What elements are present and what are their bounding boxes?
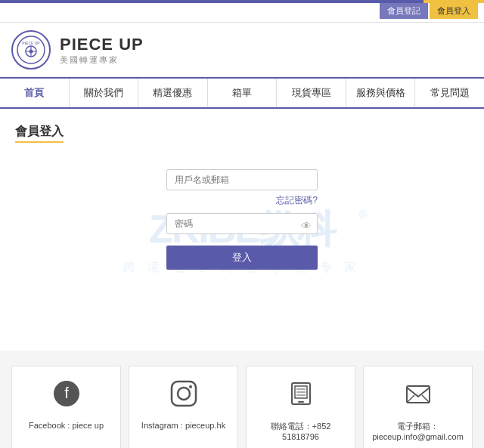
main-nav: 首頁 關於我們 精選優惠 箱單 現貨專區 服務與價格 常見問題 bbox=[0, 77, 484, 109]
svg-line-19 bbox=[422, 395, 430, 403]
nav-item-home[interactable]: 首頁 bbox=[0, 79, 70, 107]
footer-card-instagram[interactable]: Instagram : pieceup.hk bbox=[129, 366, 238, 448]
instagram-icon bbox=[170, 380, 197, 413]
svg-text:PIECE UP: PIECE UP bbox=[22, 41, 40, 45]
page-title: 會員登入 bbox=[15, 124, 64, 143]
member-login-button[interactable]: 會員登入 bbox=[430, 3, 478, 19]
svg-point-10 bbox=[189, 385, 192, 388]
nav-item-services[interactable]: 服務與價格 bbox=[346, 79, 416, 107]
svg-rect-8 bbox=[172, 382, 196, 406]
nav-item-faq[interactable]: 常見問題 bbox=[415, 79, 484, 107]
register-button[interactable]: 會員登記 bbox=[380, 3, 428, 19]
brand-tagline: 美國轉運專家 bbox=[60, 54, 144, 66]
page-content: 會員登入 ZKIBE纵科 跨 境 电 子 商 务 系 统 专 家 ® 忘記密碼?… bbox=[0, 109, 484, 351]
nav-item-offers[interactable]: 精選優惠 bbox=[138, 79, 208, 107]
nav-item-stock[interactable]: 現貨專區 bbox=[277, 79, 346, 107]
brand-name: PIECE UP bbox=[60, 35, 144, 54]
phone-icon bbox=[287, 380, 315, 413]
brand-text: PIECE UP 美國轉運專家 bbox=[60, 35, 144, 66]
top-bar: 會員登記 會員登入 bbox=[0, 0, 484, 23]
nav-item-about[interactable]: 關於我們 bbox=[70, 79, 139, 107]
footer-card-phone[interactable]: 聯絡電話：+852 51818796 bbox=[246, 366, 355, 448]
password-toggle-icon[interactable]: 👁 bbox=[301, 220, 312, 232]
footer-cards-section: f Facebook : piece up Instagram : pieceu… bbox=[0, 351, 484, 448]
forgot-password-link[interactable]: 忘記密碼? bbox=[166, 194, 318, 207]
svg-text:f: f bbox=[64, 385, 69, 401]
login-submit-button[interactable]: 登入 bbox=[166, 246, 318, 270]
facebook-label: Facebook : piece up bbox=[29, 421, 104, 430]
logo: PIECE UP bbox=[11, 30, 51, 70]
svg-point-9 bbox=[178, 388, 190, 400]
footer-card-facebook[interactable]: f Facebook : piece up bbox=[11, 366, 121, 448]
svg-point-5 bbox=[29, 50, 33, 54]
facebook-icon: f bbox=[53, 380, 80, 413]
footer-card-email[interactable]: 電子郵箱：pieceup.info@gmail.com bbox=[363, 366, 473, 448]
nav-item-orders[interactable]: 箱單 bbox=[208, 79, 278, 107]
header: PIECE UP PIECE UP 美國轉運專家 bbox=[0, 23, 484, 77]
svg-rect-16 bbox=[298, 401, 304, 403]
email-label: 電子郵箱：pieceup.info@gmail.com bbox=[371, 421, 464, 441]
email-icon bbox=[405, 380, 432, 413]
password-wrapper: 👁 bbox=[166, 213, 318, 238]
svg-line-18 bbox=[407, 395, 414, 403]
phone-label: 聯絡電話：+852 51818796 bbox=[254, 421, 347, 441]
svg-rect-17 bbox=[407, 386, 430, 403]
username-input[interactable] bbox=[166, 169, 318, 190]
instagram-label: Instagram : pieceup.hk bbox=[141, 421, 225, 430]
password-input[interactable] bbox=[166, 213, 318, 234]
footer-cards: f Facebook : piece up Instagram : pieceu… bbox=[11, 366, 473, 448]
login-form: 忘記密碼? 👁 登入 bbox=[15, 169, 469, 270]
